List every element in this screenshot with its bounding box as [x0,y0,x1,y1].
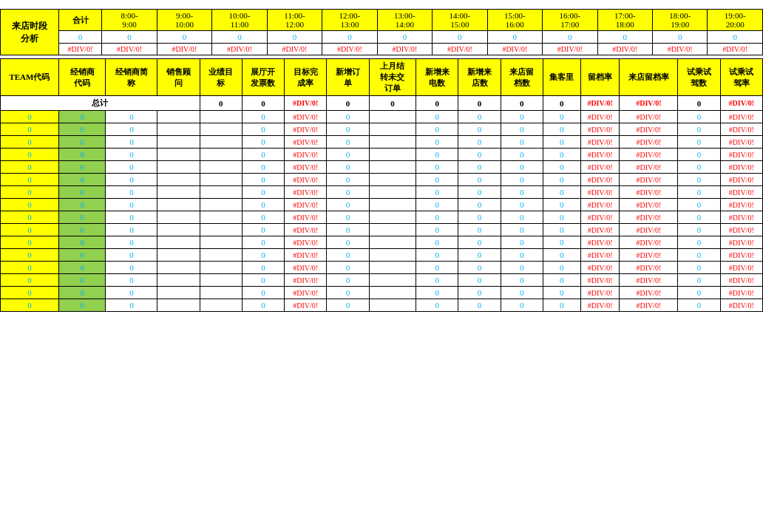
cell: 0 [1,186,59,199]
cell: 0 [242,287,284,299]
sum-invoice: 0 [242,96,284,111]
cell: 0 [458,236,501,249]
cell: 0 [501,224,543,236]
cell: 0 [416,236,458,249]
time-slot-2: 9:00-10:00 [157,10,211,31]
cell: 0 [1,236,59,249]
cell [200,174,242,186]
cell: #DIV/0! [720,211,762,224]
cell: 0 [1,274,59,287]
sum-test-drive-rate: #DIV/0! [720,96,762,111]
cell: 0 [327,274,369,287]
sum-new-calls: 0 [416,96,458,111]
cell [200,161,242,174]
cell: 0 [543,211,580,224]
cell: 0 [327,174,369,186]
cell: 0 [242,199,284,211]
cell: #DIV/0! [285,224,327,236]
cell: 0 [416,136,458,149]
ts3-val2: #DIV/0! [212,44,267,55]
cell: 0 [678,249,720,262]
perf-header-row: TEAM代码 经销商代码 经销商简称 销售顾问 业绩目标 展厅开发票数 目标完成… [1,59,763,96]
table-row: 0000#DIV/0!00000#DIV/0!#DIV/0!0#DIV/0! [1,123,763,136]
cell: 0 [58,211,106,224]
col-new-visits: 新增来店数 [458,59,501,96]
cell: #DIV/0! [620,262,678,274]
col-completion: 目标完成率 [285,59,327,96]
cell: 0 [327,199,369,211]
cell: #DIV/0! [620,149,678,161]
cell: 0 [242,186,284,199]
cell [157,274,200,287]
cell: 0 [416,123,458,136]
cell: #DIV/0! [620,111,678,123]
cell: #DIV/0! [285,262,327,274]
cell [369,136,416,149]
ts9-val1: 0 [543,31,597,44]
table-row: 0000#DIV/0!00000#DIV/0!#DIV/0!0#DIV/0! [1,274,763,287]
cell: 0 [327,136,369,149]
cell: #DIV/0! [580,211,620,224]
cell [157,262,200,274]
cell: 0 [416,287,458,299]
cell: 0 [242,236,284,249]
cell: #DIV/0! [580,174,620,186]
cell: #DIV/0! [720,161,762,174]
cell: 0 [678,287,720,299]
cell: 0 [327,149,369,161]
cell: 0 [327,249,369,262]
cell: 0 [58,287,106,299]
cell: 0 [543,111,580,123]
col-new-calls: 新增来电数 [416,59,458,96]
ts8-val2: #DIV/0! [487,44,542,55]
cell [369,149,416,161]
cell [157,136,200,149]
cell: 0 [106,287,157,299]
time-slot-12: 19:00-20:00 [708,10,763,31]
cell: 0 [242,274,284,287]
cell: 0 [242,174,284,186]
cell: #DIV/0! [720,236,762,249]
cell [200,224,242,236]
cell: 0 [242,262,284,274]
cell: 0 [458,174,501,186]
cell: 0 [327,262,369,274]
cell: 0 [678,274,720,287]
sum-visit-file-rate: #DIV/0! [620,96,678,111]
cell: 0 [1,199,59,211]
time-data-row-2: #DIV/0! #DIV/0! #DIV/0! #DIV/0! #DIV/0! … [1,44,763,55]
cell: #DIV/0! [285,111,327,123]
time-analysis-label: 来店时段分析 [1,10,59,55]
cell: 0 [106,136,157,149]
cell: 0 [543,199,580,211]
cell: 0 [58,262,106,274]
cell: 0 [58,149,106,161]
sum-new-visits: 0 [458,96,501,111]
cell: 0 [416,199,458,211]
cell: 0 [242,136,284,149]
summary-label: 总计 [1,96,200,111]
performance-table: TEAM代码 经销商代码 经销商简称 销售顾问 业绩目标 展厅开发票数 目标完成… [0,58,763,312]
cell: #DIV/0! [620,136,678,149]
cell: 0 [58,136,106,149]
cell: 0 [543,136,580,149]
cell: 0 [327,123,369,136]
time-analysis-table: 来店时段分析 合计 8:00-9:00 9:00-10:00 10:00-11:… [0,9,763,55]
cell: 0 [543,274,580,287]
cell: 0 [543,123,580,136]
cell: 0 [1,149,59,161]
time-slot-10: 17:00-18:00 [597,10,652,31]
cell: 0 [458,262,501,274]
cell: 0 [416,224,458,236]
cell [369,262,416,274]
cell [157,111,200,123]
cell [157,224,200,236]
sum-new-orders: 0 [327,96,369,111]
cell: 0 [501,123,543,136]
cell: 0 [678,123,720,136]
cell: 0 [501,274,543,287]
time-slot-3: 10:00-11:00 [212,10,267,31]
cell: 0 [1,161,59,174]
cell: #DIV/0! [580,236,620,249]
cell: 0 [58,299,106,312]
